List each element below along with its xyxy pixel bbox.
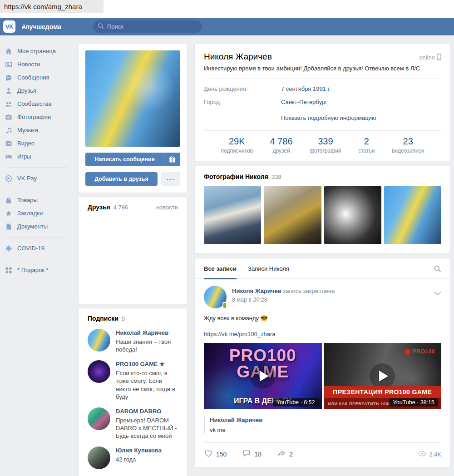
friends-box-title[interactable]: Друзья	[88, 203, 110, 211]
top-navigation-bar: VK #лучшедома	[0, 18, 454, 35]
photos-card: Фотографии Николя 339	[194, 166, 451, 253]
tab-all-posts[interactable]: Все записи	[204, 258, 237, 279]
sidebar-item-photos[interactable]: Фотографии	[5, 110, 77, 124]
gift-icon[interactable]	[164, 153, 180, 166]
share-button[interactable]: 2	[277, 449, 293, 460]
counter-value: 339	[310, 136, 341, 147]
more-options-button[interactable]: ···	[161, 172, 180, 186]
sidebar-item-messages[interactable]: Сообщения	[5, 71, 77, 84]
subscription-item[interactable]: Юлия Куликова 42 года	[88, 446, 178, 469]
wall-search-icon[interactable]	[434, 265, 441, 273]
person-icon	[5, 87, 12, 94]
post-menu-chevron-icon[interactable]	[434, 286, 441, 308]
shopping-bag-icon	[5, 196, 12, 204]
header-search-box[interactable]	[93, 20, 202, 33]
subscription-desc: Премьера! DAROM DABRO x МЕСТНЫЙ - Будь в…	[116, 416, 178, 440]
vk-profile-page: https://vk com/amg_zhara VK #лучшедома М…	[0, 0, 454, 476]
search-input[interactable]	[107, 23, 189, 30]
left-sidebar: Моя страница Новости Сообщения Друзья Со…	[0, 40, 77, 277]
comment-button[interactable]: 18	[242, 449, 262, 460]
photos-count: 339	[271, 174, 281, 180]
photos-title[interactable]: Фотографии Николя	[204, 173, 268, 180]
sidebar-item-bookmarks[interactable]: Закладки	[5, 207, 77, 220]
post-pinned-label: запись закреплена	[283, 288, 335, 294]
subscription-name[interactable]: Николай Жаричев	[116, 329, 178, 336]
sidebar-item-label: Сообщества	[17, 100, 52, 107]
repost-text: vk me	[210, 426, 441, 433]
sidebar-item-label: * Подарок *	[17, 267, 49, 273]
avatar[interactable]	[88, 446, 110, 469]
subscriptions-title[interactable]: Подписки	[88, 315, 118, 322]
browser-url-bar[interactable]: https://vk com/amg_zhara	[0, 0, 104, 13]
sidebar-item-news[interactable]: Новости	[5, 58, 77, 71]
like-button[interactable]: 150	[204, 449, 227, 460]
profile-photo[interactable]	[85, 50, 180, 147]
apps-grid-icon	[5, 266, 12, 274]
subscription-item[interactable]: Николай Жаричев Наши знания – твоя побед…	[88, 329, 178, 353]
subscriptions-count: 5	[122, 315, 125, 322]
star-icon	[5, 209, 12, 217]
subscription-item[interactable]: PRO100 GAME ★ Если кто-то смог, я тоже с…	[88, 360, 178, 401]
header-brand-label[interactable]: #лучшедома	[22, 23, 61, 30]
sidebar-item-vk-pay[interactable]: VK Pay	[5, 172, 77, 185]
subscription-desc: Если кто-то смог, я тоже смогу. Если ник…	[116, 369, 178, 401]
sidebar-item-documents[interactable]: Документы	[5, 220, 77, 233]
tab-owner-posts[interactable]: Записи Николя	[248, 258, 289, 279]
sidebar-item-music[interactable]: Музыка	[5, 124, 77, 137]
show-more-info-link[interactable]: Показать подробную информацию	[281, 114, 376, 121]
profile-info-card: Николя Жаричев online Инвестирую время в…	[194, 43, 451, 161]
repost-author-link[interactable]: Николай Жаричев	[210, 416, 441, 423]
counter-value: 29K	[221, 136, 253, 147]
share-arrow-icon	[277, 449, 286, 460]
detail-value[interactable]: 7 сентября 1991 г.	[281, 85, 331, 92]
sidebar-item-video[interactable]: Видео	[5, 137, 77, 150]
add-friend-button[interactable]: Добавить в друзья	[85, 172, 158, 186]
counter-photos[interactable]: 339 фотографий	[310, 136, 341, 154]
photo-thumbnail[interactable]	[204, 186, 261, 244]
subscription-desc: 42 года	[116, 456, 162, 463]
photo-thumbnail[interactable]	[384, 186, 441, 244]
avatar[interactable]	[88, 407, 110, 430]
video-icon	[5, 139, 12, 147]
sidebar-item-goods[interactable]: Товары	[5, 193, 77, 207]
sidebar-item-covid[interactable]: COVID-19	[5, 242, 77, 255]
profile-main-column: Николя Жаричев online Инвестирую время в…	[194, 43, 451, 467]
video-thumbnail-presentation[interactable]: PRO100 ПРЕЗЕНТАЦИЯ PRO100 GAME ИЛИ КАК П…	[324, 343, 442, 409]
photo-thumbnail[interactable]	[264, 186, 321, 244]
profile-left-column: Написать сообщение Добавить в друзья ···…	[78, 43, 188, 476]
counter-videos[interactable]: 23 видеозаписи	[392, 136, 424, 154]
post-date[interactable]: 8 мар в 20:28	[232, 297, 335, 303]
counter-followers[interactable]: 29K подписчиков	[221, 136, 253, 154]
play-icon[interactable]	[250, 363, 276, 389]
subscription-item[interactable]: DAROM DABRO Премьера! DAROM DABRO x МЕСТ…	[88, 407, 178, 440]
subscription-name[interactable]: DAROM DABRO	[116, 408, 178, 415]
sidebar-item-gift[interactable]: * Подарок *	[5, 263, 77, 277]
post-author-avatar[interactable]	[204, 286, 227, 308]
friends-box: Друзья 4 786 новости	[78, 197, 188, 304]
sidebar-item-friends[interactable]: Друзья	[5, 84, 77, 97]
sidebar-item-my-page[interactable]: Моя страница	[5, 45, 77, 58]
avatar[interactable]	[88, 360, 110, 383]
sidebar-divider	[5, 167, 68, 168]
play-icon[interactable]	[370, 363, 395, 389]
sidebar-item-communities[interactable]: Сообщества	[5, 97, 77, 110]
subscription-name[interactable]: PRO100 GAME ★	[116, 361, 178, 367]
sidebar-item-games[interactable]: Игры	[5, 150, 77, 163]
photo-thumbnail[interactable]	[324, 186, 381, 244]
send-message-button[interactable]: Написать сообщение	[85, 153, 180, 166]
sidebar-divider	[5, 237, 68, 238]
friends-news-link[interactable]: новости	[156, 204, 178, 211]
counter-value: 23	[392, 136, 424, 147]
counter-friends[interactable]: 4 786 друзей	[270, 136, 293, 154]
people-icon	[5, 100, 12, 108]
post-link[interactable]: https://vk me/pro100_zhara	[204, 331, 441, 337]
friends-count: 4 786	[114, 204, 128, 211]
video-thumbnail-pro100-game[interactable]: PRO100 GAME ИГРА В ДЕНЬГИ YouTube · 6:52	[204, 343, 322, 409]
counter-articles[interactable]: 2 статьи	[358, 136, 375, 154]
post-author-link[interactable]: Николя Жаричев	[232, 288, 281, 294]
detail-value[interactable]: Санкт-Петербург	[281, 99, 327, 105]
profile-photo-card: Написать сообщение Добавить в друзья ···	[78, 43, 188, 193]
subscription-name[interactable]: Юлия Куликова	[116, 447, 162, 454]
vk-logo-icon[interactable]: VK	[3, 20, 15, 33]
avatar[interactable]	[88, 329, 110, 352]
